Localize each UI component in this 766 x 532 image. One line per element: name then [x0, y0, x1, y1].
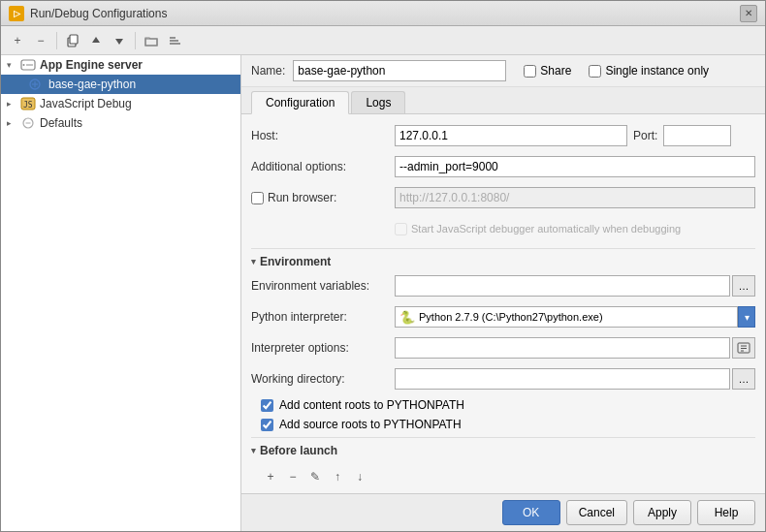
- title-text: Run/Debug Configurations: [30, 7, 167, 20]
- single-instance-label: Single instance only: [605, 64, 709, 78]
- add-config-button[interactable]: +: [7, 30, 28, 51]
- js-debug-icon: JS: [20, 97, 36, 110]
- folder-button[interactable]: [141, 30, 162, 51]
- copy-icon: [66, 34, 80, 47]
- port-input[interactable]: [663, 125, 731, 146]
- additional-options-label: Additional options:: [251, 160, 395, 173]
- tab-logs[interactable]: Logs: [351, 91, 405, 113]
- move-down-button[interactable]: [109, 30, 130, 51]
- python-interpreter-label: Python interpreter:: [251, 310, 395, 324]
- bottom-bar: OK Cancel Apply Help: [241, 493, 765, 531]
- env-variables-label: Environment variables:: [251, 279, 395, 293]
- before-launch-remove-button[interactable]: −: [283, 467, 303, 486]
- interpreter-options-row: Interpreter options:: [251, 336, 755, 360]
- title-icon: ▷: [9, 6, 24, 21]
- tab-configuration[interactable]: Configuration: [251, 91, 349, 114]
- run-browser-input[interactable]: [395, 187, 755, 208]
- move-up-button[interactable]: [85, 30, 107, 51]
- share-label: Share: [540, 64, 571, 78]
- name-bar: Name: Share Single instance only: [241, 55, 765, 87]
- sort-button[interactable]: [164, 30, 185, 51]
- single-instance-checkbox[interactable]: [589, 65, 601, 78]
- name-input[interactable]: [293, 60, 506, 81]
- tabs: Configuration Logs: [241, 87, 765, 114]
- before-launch-edit-button[interactable]: ✎: [305, 467, 325, 486]
- svg-point-9: [23, 64, 25, 66]
- env-variables-input[interactable]: [395, 275, 730, 297]
- python-icon: 🐍: [399, 310, 415, 325]
- environment-section-header[interactable]: ▾ Environment: [251, 255, 755, 268]
- arrow-up-icon: [90, 35, 102, 47]
- host-row: Host: Port:: [251, 124, 755, 147]
- run-browser-row: Run browser:: [251, 186, 755, 209]
- run-browser-label: Run browser:: [251, 191, 395, 204]
- form-panel: Host: Port: Additional options: Run brow…: [241, 114, 765, 493]
- add-source-roots-row: Add source roots to PYTHONPATH: [251, 418, 755, 431]
- env-variables-row: Environment variables: …: [251, 274, 755, 297]
- server-item-label: App Engine server: [40, 58, 143, 72]
- apply-button[interactable]: Apply: [633, 500, 691, 525]
- additional-options-row: Additional options:: [251, 155, 755, 178]
- left-panel: ▾ App Engine server base-gae-python ▸: [1, 55, 241, 531]
- env-variables-browse-button[interactable]: …: [732, 275, 755, 297]
- add-content-roots-row: Add content roots to PYTHONPATH: [251, 398, 755, 412]
- working-directory-browse-button[interactable]: …: [732, 368, 755, 390]
- working-directory-input[interactable]: [395, 368, 730, 390]
- toolbar: + −: [1, 26, 765, 55]
- copy-config-button[interactable]: [62, 30, 83, 51]
- python-interpreter-row: Python interpreter: 🐍 Python 2.7.9 (C:\P…: [251, 305, 755, 329]
- before-launch-add-button[interactable]: +: [261, 467, 280, 486]
- svg-marker-3: [115, 39, 123, 45]
- tree-item-defaults[interactable]: ▸ Defaults: [1, 113, 240, 133]
- svg-marker-2: [92, 37, 100, 43]
- toolbar-separator-1: [56, 32, 57, 49]
- tree-item-config[interactable]: base-gae-python: [1, 75, 240, 94]
- defaults-icon: [20, 116, 36, 130]
- help-button[interactable]: Help: [697, 500, 755, 525]
- additional-options-input[interactable]: [395, 156, 755, 177]
- add-source-roots-label: Add source roots to PYTHONPATH: [279, 418, 462, 431]
- browse-icon: [737, 342, 750, 354]
- folder-icon: [144, 35, 158, 47]
- run-debug-configurations-dialog: ▷ Run/Debug Configurations ✕ + −: [0, 0, 766, 532]
- close-button[interactable]: ✕: [740, 5, 757, 22]
- arrow-down-icon: [113, 35, 125, 47]
- title-bar: ▷ Run/Debug Configurations ✕: [1, 1, 765, 26]
- before-launch-section-header[interactable]: ▾ Before launch: [251, 444, 755, 457]
- title-bar-left: ▷ Run/Debug Configurations: [9, 6, 167, 21]
- server-icon: [20, 58, 36, 72]
- add-content-roots-checkbox[interactable]: [261, 399, 273, 412]
- tree-item-js-debug[interactable]: ▸ JS JavaScript Debug: [1, 94, 240, 113]
- tree-item-server[interactable]: ▾ App Engine server: [1, 55, 240, 75]
- separator-2: [251, 437, 755, 438]
- ok-button[interactable]: OK: [502, 500, 560, 525]
- python-interpreter-dropdown-arrow[interactable]: ▾: [738, 306, 755, 328]
- host-input[interactable]: [395, 125, 627, 146]
- js-debug-item-label: JavaScript Debug: [40, 97, 132, 110]
- before-launch-toolbar: + − ✎ ↑ ↓: [251, 463, 755, 490]
- interpreter-options-input[interactable]: [395, 337, 730, 359]
- remove-config-button[interactable]: −: [30, 30, 51, 51]
- interpreter-options-browse-button[interactable]: [732, 337, 755, 359]
- python-interpreter-value: Python 2.7.9 (C:\Python27\python.exe): [419, 311, 603, 323]
- python-interpreter-dropdown-group: 🐍 Python 2.7.9 (C:\Python27\python.exe) …: [395, 306, 755, 328]
- run-browser-checkbox[interactable]: [251, 192, 264, 204]
- share-checkbox[interactable]: [524, 65, 536, 78]
- cancel-button[interactable]: Cancel: [566, 500, 627, 525]
- separator-1: [251, 248, 755, 249]
- add-content-roots-label: Add content roots to PYTHONPATH: [279, 398, 464, 412]
- before-launch-arrow-icon: ▾: [251, 446, 256, 455]
- config-icon: [28, 78, 42, 91]
- sort-icon: [168, 35, 181, 47]
- svg-text:JS: JS: [23, 101, 33, 110]
- config-item-label: base-gae-python: [48, 78, 136, 91]
- host-label: Host:: [251, 129, 395, 142]
- js-debug-checkbox[interactable]: [395, 223, 407, 235]
- before-launch-down-button[interactable]: ↓: [350, 467, 369, 486]
- before-launch-up-button[interactable]: ↑: [328, 467, 347, 486]
- before-launch-section: ▾ Before launch + − ✎ ↑ ↓: [251, 444, 755, 490]
- tree-expand-arrow-defaults: ▸: [7, 118, 16, 128]
- single-instance-group: Single instance only: [589, 64, 709, 78]
- toolbar-separator-2: [135, 32, 136, 49]
- add-source-roots-checkbox[interactable]: [261, 419, 273, 431]
